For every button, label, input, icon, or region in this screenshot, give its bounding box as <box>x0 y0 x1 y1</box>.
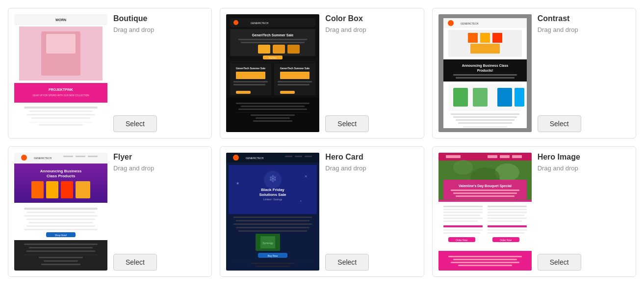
svg-rect-151 <box>456 195 515 197</box>
svg-rect-112 <box>305 156 312 157</box>
svg-text:Announcing Business Class: Announcing Business Class <box>462 64 508 68</box>
svg-rect-95 <box>24 229 98 230</box>
card-info-herocard: Hero Card Drag and drop <box>325 153 417 172</box>
svg-rect-155 <box>443 209 483 210</box>
svg-rect-66 <box>473 88 488 107</box>
svg-rect-40 <box>280 91 295 94</box>
svg-text:Limited - Savings: Limited - Savings <box>263 198 283 201</box>
card-content-herocard: Hero Card Drag and drop Select <box>325 153 417 271</box>
svg-point-76 <box>21 155 27 161</box>
svg-rect-124 <box>233 223 312 225</box>
svg-rect-91 <box>24 215 98 217</box>
svg-rect-51 <box>443 18 527 28</box>
svg-rect-80 <box>88 156 98 157</box>
svg-point-108 <box>233 155 239 161</box>
select-button-colorbox[interactable]: Select <box>325 115 369 132</box>
svg-rect-48 <box>253 120 292 122</box>
card-title-heroimage: Hero Image <box>538 153 630 162</box>
svg-text:Buy Now: Buy Now <box>269 56 277 59</box>
svg-rect-85 <box>46 181 58 198</box>
select-button-contrast[interactable]: Select <box>538 115 581 132</box>
svg-rect-177 <box>453 259 517 260</box>
svg-rect-170 <box>488 232 524 234</box>
svg-rect-38 <box>278 84 309 85</box>
svg-rect-162 <box>488 218 527 219</box>
svg-rect-101 <box>26 250 95 252</box>
svg-rect-159 <box>443 215 480 216</box>
svg-text:GeneriTech Summer Sale: GeneriTech Summer Sale <box>252 33 293 37</box>
svg-rect-139 <box>500 155 510 158</box>
svg-text:★: ★ <box>305 175 307 178</box>
template-card-herocard: GENERICTECH ❄ Black Friday Solutions Sal… <box>220 146 424 277</box>
svg-text:★: ★ <box>236 181 239 186</box>
svg-rect-6 <box>14 83 107 103</box>
svg-rect-55 <box>468 33 478 43</box>
svg-rect-56 <box>480 33 490 43</box>
svg-rect-167 <box>443 229 483 231</box>
svg-rect-90 <box>26 212 95 213</box>
select-button-heroimage[interactable]: Select <box>538 254 581 271</box>
svg-rect-14 <box>39 124 83 126</box>
svg-rect-140 <box>512 155 522 158</box>
svg-rect-37 <box>233 84 265 85</box>
card-subtitle-flyer: Drag and drop <box>113 164 206 172</box>
card-content-colorbox: Color Box Drag and drop Select <box>325 14 417 132</box>
svg-rect-161 <box>443 218 483 219</box>
svg-text:GeneriTech Summer Sale: GeneriTech Summer Sale <box>280 67 309 70</box>
svg-rect-122 <box>233 217 312 218</box>
svg-rect-137 <box>446 155 461 158</box>
card-subtitle-colorbox: Drag and drop <box>325 26 417 33</box>
svg-rect-111 <box>295 156 302 157</box>
svg-text:Shop Now!: Shop Now! <box>55 234 67 237</box>
template-card-heroimage: 01.31.2019 Valentine's Day Bouquet Speci… <box>432 146 636 277</box>
card-content-flyer: Flyer Drag and drop Select <box>113 153 206 271</box>
svg-rect-25 <box>287 45 300 54</box>
template-card-boutique: WORN PROJEKTPINK GEAR UP FOR SPRING WITH… <box>8 8 212 138</box>
svg-rect-35 <box>233 81 268 82</box>
svg-rect-86 <box>61 181 73 198</box>
select-button-flyer[interactable]: Select <box>113 254 157 271</box>
svg-rect-138 <box>488 155 497 158</box>
svg-text:GENERICTECH: GENERICTECH <box>251 22 269 25</box>
card-info-contrast: Contrast Drag and drop <box>538 14 630 33</box>
thumbnail-herocard: GENERICTECH ❄ Black Friday Solutions Sal… <box>226 153 319 271</box>
thumbnail-boutique: WORN PROJEKTPINK GEAR UP FOR SPRING WITH… <box>14 14 107 132</box>
svg-text:GeneriTech Summer Sale: GeneriTech Summer Sale <box>236 67 265 70</box>
svg-rect-93 <box>29 222 93 223</box>
svg-rect-150 <box>453 192 517 194</box>
svg-rect-39 <box>236 91 251 94</box>
svg-rect-62 <box>453 74 517 76</box>
svg-rect-47 <box>256 117 290 119</box>
svg-rect-157 <box>443 212 483 213</box>
svg-rect-79 <box>76 156 85 157</box>
svg-rect-168 <box>488 229 527 231</box>
svg-rect-179 <box>458 265 512 266</box>
svg-rect-176 <box>448 256 522 257</box>
svg-rect-70 <box>453 116 517 118</box>
svg-rect-24 <box>273 45 285 54</box>
svg-rect-156 <box>488 209 527 210</box>
svg-rect-73 <box>463 126 507 128</box>
card-subtitle-heroimage: Drag and drop <box>538 164 630 172</box>
svg-rect-10 <box>29 110 93 112</box>
select-button-boutique[interactable]: Select <box>113 115 157 132</box>
svg-rect-34 <box>280 72 309 79</box>
svg-text:GENERICTECH: GENERICTECH <box>461 22 479 25</box>
svg-rect-68 <box>515 88 524 107</box>
svg-text:❄: ❄ <box>269 173 277 184</box>
card-content-contrast: Contrast Drag and drop Select <box>538 14 630 132</box>
svg-text:GENERICTECH: GENERICTECH <box>246 157 264 160</box>
select-button-herocard[interactable]: Select <box>325 254 369 271</box>
svg-rect-94 <box>26 225 95 227</box>
thumbnail-heroimage: 01.31.2019 Valentine's Day Bouquet Speci… <box>438 153 532 271</box>
svg-rect-16 <box>230 18 315 27</box>
svg-rect-72 <box>458 122 512 124</box>
svg-rect-126 <box>238 230 307 232</box>
svg-rect-123 <box>236 220 309 221</box>
card-title-colorbox: Color Box <box>325 14 417 23</box>
svg-rect-65 <box>453 88 468 107</box>
svg-rect-69 <box>451 113 519 115</box>
svg-rect-110 <box>285 156 292 157</box>
svg-rect-164 <box>488 220 522 222</box>
template-card-flyer: GENERICTECH Announcing Business Class Pr… <box>8 146 212 277</box>
